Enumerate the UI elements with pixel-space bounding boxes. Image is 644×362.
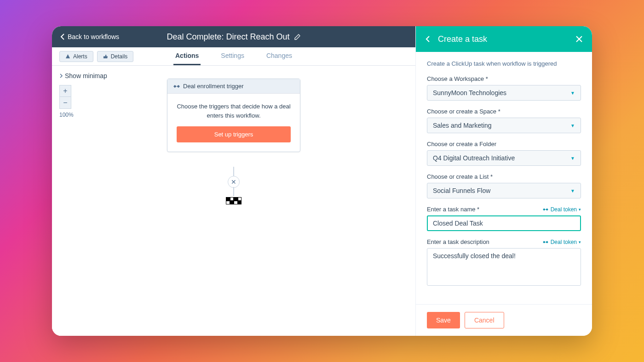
panel-close-button[interactable] bbox=[575, 35, 583, 43]
remove-node-button[interactable]: ✕ bbox=[228, 176, 240, 188]
cancel-button[interactable]: Cancel bbox=[465, 312, 504, 328]
trigger-card[interactable]: Deal enrollment trigger Choose the trigg… bbox=[167, 79, 300, 152]
handshake-icon bbox=[542, 207, 549, 212]
space-select[interactable]: Sales and Marketing ▼ bbox=[427, 118, 581, 133]
chevron-right-icon bbox=[59, 74, 63, 78]
deal-token-label: Deal token bbox=[551, 239, 577, 245]
deal-token-link[interactable]: Deal token ▾ bbox=[542, 239, 581, 245]
main-column: Back to workflows Deal Complete: Direct … bbox=[52, 26, 415, 336]
details-button[interactable]: Details bbox=[97, 51, 134, 62]
zoom-out-button[interactable]: − bbox=[59, 97, 71, 109]
handshake-icon bbox=[173, 84, 180, 89]
workflow-title: Deal Complete: Direct Reach Out bbox=[167, 32, 289, 42]
alerts-button[interactable]: Alerts bbox=[59, 51, 93, 62]
tab-settings[interactable]: Settings bbox=[219, 47, 246, 65]
list-value: Social Funnels Flow bbox=[433, 187, 490, 194]
trigger-description: Choose the triggers that decide how a de… bbox=[177, 102, 291, 120]
caret-down-icon: ▼ bbox=[570, 90, 575, 96]
space-value: Sales and Marketing bbox=[433, 122, 492, 129]
field-task-description: Enter a task description Deal token ▾ bbox=[427, 238, 581, 288]
deal-token-label: Deal token bbox=[551, 206, 577, 213]
top-bar: Back to workflows Deal Complete: Direct … bbox=[52, 26, 415, 47]
task-desc-label: Enter a task description bbox=[427, 238, 489, 245]
trigger-title: Deal enrollment trigger bbox=[183, 83, 244, 90]
folder-label: Choose or create a Folder bbox=[427, 141, 581, 147]
app-window: Back to workflows Deal Complete: Direct … bbox=[52, 26, 592, 336]
handshake-icon bbox=[542, 240, 549, 244]
pencil-icon bbox=[294, 34, 301, 40]
zoom-level: 100% bbox=[59, 112, 74, 118]
folder-value: Q4 Digital Outreach Initiative bbox=[433, 154, 515, 162]
task-desc-textarea[interactable] bbox=[427, 248, 581, 286]
list-select[interactable]: Social Funnels Flow ▼ bbox=[427, 183, 581, 198]
show-minimap-link[interactable]: Show minimap bbox=[59, 72, 107, 79]
side-panel: Create a task Create a ClickUp task when… bbox=[415, 26, 592, 336]
list-label: Choose or create a List * bbox=[427, 173, 581, 180]
caret-down-icon: ▾ bbox=[579, 240, 581, 244]
trigger-card-body: Choose the triggers that decide how a de… bbox=[167, 94, 300, 152]
close-icon bbox=[575, 35, 583, 43]
field-space: Choose or create a Space * Sales and Mar… bbox=[427, 108, 581, 133]
sub-bar: Alerts Details Actions Settings Changes bbox=[52, 47, 415, 66]
task-name-input[interactable] bbox=[427, 215, 581, 231]
caret-down-icon: ▼ bbox=[570, 188, 575, 193]
warning-icon bbox=[65, 54, 70, 59]
caret-down-icon: ▼ bbox=[570, 156, 575, 161]
connector-line bbox=[233, 187, 234, 196]
save-button[interactable]: Save bbox=[427, 312, 460, 328]
field-task-name: Enter a task name * Deal token ▾ bbox=[427, 206, 581, 231]
edit-title-button[interactable] bbox=[294, 34, 301, 40]
deal-token-link[interactable]: Deal token ▾ bbox=[542, 206, 581, 213]
panel-body: Create a ClickUp task when workflow is t… bbox=[416, 52, 592, 304]
field-workspace: Choose a Workspace * SunnyMoon Technolog… bbox=[427, 75, 581, 101]
space-label: Choose or create a Space * bbox=[427, 108, 581, 115]
chevron-left-icon bbox=[425, 35, 431, 43]
back-to-workflows-link[interactable]: Back to workflows bbox=[60, 33, 119, 40]
task-name-label: Enter a task name * bbox=[427, 206, 479, 213]
panel-description: Create a ClickUp task when workflow is t… bbox=[427, 60, 581, 67]
connector-line bbox=[233, 167, 234, 176]
panel-back-button[interactable] bbox=[425, 35, 431, 43]
panel-footer: Save Cancel bbox=[416, 304, 592, 336]
minimap-label: Show minimap bbox=[65, 72, 107, 79]
finish-flag-icon bbox=[226, 197, 242, 204]
setup-triggers-button[interactable]: Set up triggers bbox=[177, 126, 291, 142]
tab-changes[interactable]: Changes bbox=[264, 47, 294, 65]
workflow-canvas[interactable]: Show minimap + − 100% Deal enrollment tr… bbox=[52, 66, 415, 336]
workspace-label: Choose a Workspace * bbox=[427, 75, 581, 82]
caret-down-icon: ▾ bbox=[579, 207, 581, 212]
zoom-in-button[interactable]: + bbox=[59, 85, 71, 97]
back-label: Back to workflows bbox=[68, 33, 119, 40]
zoom-controls: + − 100% bbox=[59, 85, 74, 118]
panel-header: Create a task bbox=[416, 26, 592, 52]
alerts-label: Alerts bbox=[73, 53, 87, 60]
details-label: Details bbox=[111, 53, 128, 60]
caret-down-icon: ▼ bbox=[570, 123, 575, 128]
panel-title: Create a task bbox=[438, 34, 568, 44]
workspace-select[interactable]: SunnyMoon Technologies ▼ bbox=[427, 85, 581, 101]
field-folder: Choose or create a Folder Q4 Digital Out… bbox=[427, 141, 581, 166]
tab-actions[interactable]: Actions bbox=[173, 47, 201, 65]
thumbs-up-icon bbox=[103, 54, 108, 59]
folder-select[interactable]: Q4 Digital Outreach Initiative ▼ bbox=[427, 150, 581, 166]
trigger-card-header: Deal enrollment trigger bbox=[167, 79, 300, 94]
workspace-value: SunnyMoon Technologies bbox=[433, 89, 506, 96]
chevron-left-icon bbox=[60, 34, 65, 40]
field-list: Choose or create a List * Social Funnels… bbox=[427, 173, 581, 198]
